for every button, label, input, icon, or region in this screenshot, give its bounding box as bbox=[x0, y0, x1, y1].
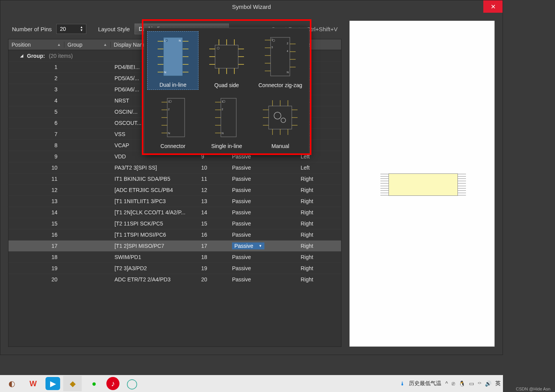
layout-option-zigzag[interactable]: 1234N Connector zig-zag bbox=[255, 31, 306, 90]
layout-option-quad[interactable]: Quad side bbox=[201, 31, 252, 90]
cell-position[interactable]: 15 bbox=[8, 220, 64, 227]
col-group[interactable]: Group▲ bbox=[64, 42, 111, 48]
cell-position[interactable]: 20 bbox=[8, 276, 64, 283]
cell-name[interactable]: [T2 11SPI SCK/PC5 bbox=[111, 220, 197, 227]
cell-side[interactable]: Right bbox=[297, 265, 339, 271]
table-row[interactable]: 15[T2 11SPI SCK/PC515PassiveRight bbox=[8, 218, 341, 229]
cell-des[interactable]: 9 bbox=[197, 153, 228, 160]
cell-name[interactable]: [T1 2]SPI MISO/PC7 bbox=[111, 243, 197, 249]
taskbar-app-icon[interactable]: ◯ bbox=[123, 376, 141, 391]
cell-des[interactable]: 12 bbox=[197, 187, 228, 193]
cell-side[interactable]: Left bbox=[297, 165, 339, 171]
cell-name[interactable]: PA3/T2 3[SPI SS] bbox=[111, 165, 197, 171]
cell-name[interactable]: [T1 1TSPI MOSI/PC6 bbox=[111, 232, 197, 238]
layout-option-dual-inline[interactable]: 1NN Dual in-line bbox=[147, 31, 198, 90]
tray-battery-icon[interactable]: ▭ bbox=[469, 380, 474, 387]
title-bar[interactable]: Symbol Wizard ✕ bbox=[0, 0, 503, 13]
cell-side[interactable]: Right bbox=[297, 198, 339, 204]
cell-name[interactable]: IT1 BKINJIIC SDA/PB5 bbox=[111, 176, 197, 182]
cell-position[interactable]: 7 bbox=[8, 131, 64, 137]
table-row[interactable]: 18SWIM/PD118PassiveRight bbox=[8, 251, 341, 262]
cell-position[interactable]: 17 bbox=[8, 243, 64, 249]
table-row[interactable]: 19[T2 3]A3/PD219PassiveRight bbox=[8, 262, 341, 274]
cell-side[interactable]: Right bbox=[297, 276, 339, 283]
taskbar-app-icon[interactable]: ▶ bbox=[45, 377, 60, 390]
cell-type[interactable]: Passive bbox=[228, 254, 297, 260]
cell-side[interactable]: Right bbox=[297, 187, 339, 193]
table-row[interactable]: 20ADC ETR/T2 2/A4/PD320PassiveRight bbox=[8, 274, 341, 285]
cell-position[interactable]: 10 bbox=[8, 165, 64, 171]
cell-type[interactable]: Passive bbox=[228, 232, 297, 238]
table-row[interactable]: 17[T1 2]SPI MISO/PC717Passive▼Right bbox=[8, 240, 341, 251]
cell-position[interactable]: 9 bbox=[8, 153, 64, 160]
weather-icon[interactable]: 🌡 bbox=[400, 380, 405, 387]
cell-side[interactable]: Left bbox=[297, 153, 339, 160]
taskbar-wps-icon[interactable]: W bbox=[24, 376, 42, 391]
type-dropdown[interactable]: Passive▼ bbox=[232, 242, 264, 249]
cell-des[interactable]: 20 bbox=[197, 276, 228, 283]
taskbar[interactable]: ◐ W ▶ ◆ ● ♪ ◯ 🌡 历史最低气温 ^ ⎚ 🐧 ▭ ⌔ 🔊 英 bbox=[0, 375, 503, 392]
cell-position[interactable]: 6 bbox=[8, 120, 64, 126]
taskbar-wechat-icon[interactable]: ● bbox=[85, 376, 103, 391]
cell-des[interactable]: 15 bbox=[197, 220, 228, 227]
weather-text[interactable]: 历史最低气温 bbox=[409, 380, 441, 387]
cell-des[interactable]: 19 bbox=[197, 265, 228, 271]
cell-type[interactable]: Passive bbox=[228, 209, 297, 215]
cell-des[interactable]: 18 bbox=[197, 254, 228, 260]
cell-side[interactable]: Right bbox=[297, 232, 339, 238]
taskbar-app-icon[interactable]: ◆ bbox=[63, 376, 82, 391]
cell-position[interactable]: 1 bbox=[8, 64, 64, 70]
cell-position[interactable]: 3 bbox=[8, 86, 64, 93]
cell-name[interactable]: SWIM/PD1 bbox=[111, 254, 197, 260]
cell-position[interactable]: 19 bbox=[8, 265, 64, 271]
cell-des[interactable]: 16 bbox=[197, 232, 228, 238]
taskbar-app-icon[interactable]: ◐ bbox=[2, 376, 21, 391]
spinner-arrows-icon[interactable]: ▲▼ bbox=[80, 26, 83, 32]
cell-name[interactable]: [T2 3]A3/PD2 bbox=[111, 265, 197, 271]
cell-position[interactable]: 8 bbox=[8, 142, 64, 148]
layout-option-connector[interactable]: 12N Connector bbox=[147, 92, 198, 151]
cell-position[interactable]: 4 bbox=[8, 98, 64, 104]
cell-des[interactable]: 14 bbox=[197, 209, 228, 215]
pins-spinner[interactable]: 20 ▲▼ bbox=[56, 24, 86, 34]
table-row[interactable]: 11IT1 BKINJIIC SDA/PB511PassiveRight bbox=[8, 173, 341, 184]
table-row[interactable]: 16[T1 1TSPI MOSI/PC616PassiveRight bbox=[8, 229, 341, 240]
cell-des[interactable]: 11 bbox=[197, 176, 228, 182]
taskbar-music-icon[interactable]: ♪ bbox=[106, 377, 119, 390]
layout-option-manual[interactable]: Manual bbox=[255, 92, 306, 151]
cell-des[interactable]: 13 bbox=[197, 198, 228, 204]
cell-type[interactable]: Passive bbox=[228, 176, 297, 182]
cell-position[interactable]: 14 bbox=[8, 209, 64, 215]
cell-type[interactable]: Passive bbox=[228, 265, 297, 271]
cell-side[interactable]: Right bbox=[297, 243, 339, 249]
cell-position[interactable]: 18 bbox=[8, 254, 64, 260]
cell-position[interactable]: 12 bbox=[8, 187, 64, 193]
cell-position[interactable]: 13 bbox=[8, 198, 64, 204]
cell-type[interactable]: Passive bbox=[228, 198, 297, 204]
tray-up-icon[interactable]: ^ bbox=[445, 380, 448, 387]
cell-des[interactable]: 10 bbox=[197, 165, 228, 171]
col-position[interactable]: Position▲ bbox=[8, 42, 64, 48]
cell-name[interactable]: [T1 1NIITLIIT1 3/PC3 bbox=[111, 198, 197, 204]
table-row[interactable]: 14[T1 2N]CLK CCO/T1 4/A2/P...14PassiveRi… bbox=[8, 207, 341, 218]
cell-side[interactable]: Right bbox=[297, 220, 339, 227]
cell-name[interactable]: VDD bbox=[111, 153, 197, 160]
cell-position[interactable]: 16 bbox=[8, 232, 64, 238]
tray-volume-icon[interactable]: 🔊 bbox=[485, 380, 491, 387]
cell-side[interactable]: Right bbox=[297, 209, 339, 215]
close-button[interactable]: ✕ bbox=[483, 0, 503, 13]
cell-type[interactable]: Passive bbox=[228, 276, 297, 283]
cell-name[interactable]: [ADC ETRJIIC SCL/PB4 bbox=[111, 187, 197, 193]
cell-position[interactable]: 5 bbox=[8, 109, 64, 115]
cell-des[interactable]: 17 bbox=[197, 243, 228, 249]
cell-type[interactable]: Passive bbox=[228, 153, 297, 160]
cell-position[interactable]: 2 bbox=[8, 75, 64, 81]
cell-side[interactable]: Right bbox=[297, 176, 339, 182]
table-row[interactable]: 10PA3/T2 3[SPI SS]10PassiveLeft bbox=[8, 162, 341, 173]
cell-side[interactable]: Right bbox=[297, 254, 339, 260]
table-row[interactable]: 13[T1 1NIITLIIT1 3/PC313PassiveRight bbox=[8, 195, 341, 207]
cell-type[interactable]: Passive bbox=[228, 165, 297, 171]
layout-option-single[interactable]: 12N Single in-line bbox=[201, 92, 252, 151]
tray-monitor-icon[interactable]: ⎚ bbox=[452, 380, 455, 387]
cell-name[interactable]: ADC ETR/T2 2/A4/PD3 bbox=[111, 276, 197, 283]
